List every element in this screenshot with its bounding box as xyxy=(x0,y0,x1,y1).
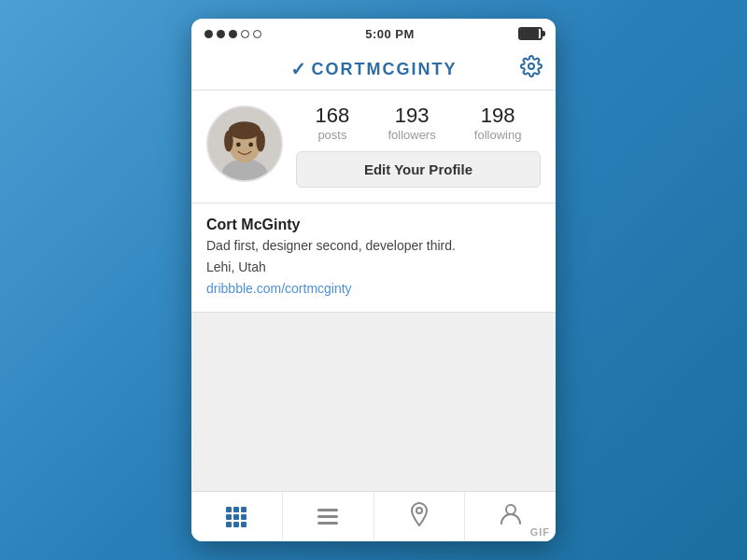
svg-point-9 xyxy=(248,143,253,147)
followers-count: 193 xyxy=(395,105,430,126)
tab-grid[interactable] xyxy=(191,492,283,541)
nav-title[interactable]: ✓ CORTMCGINTY xyxy=(290,58,458,80)
chevron-down-icon: ✓ xyxy=(290,58,306,80)
bio-description: Dad first, designer second, developer th… xyxy=(206,237,541,256)
svg-point-10 xyxy=(416,508,422,513)
stats-area: 168 posts 193 followers 198 following Ed… xyxy=(296,105,541,188)
person-icon xyxy=(500,503,521,531)
avatar-circle xyxy=(206,105,283,182)
bio-link[interactable]: dribbble.com/cortmcginty xyxy=(206,281,352,296)
profile-section: 168 posts 193 followers 198 following Ed… xyxy=(191,91,556,203)
status-bar: 5:00 PM xyxy=(191,19,556,49)
tab-location[interactable] xyxy=(374,492,466,541)
battery-fill xyxy=(520,29,539,38)
stat-followers: 193 followers xyxy=(388,105,435,142)
svg-point-8 xyxy=(236,143,241,147)
stats-row: 168 posts 193 followers 198 following xyxy=(296,105,541,142)
svg-point-5 xyxy=(229,121,261,139)
edit-profile-button[interactable]: Edit Your Profile xyxy=(296,151,541,188)
nav-username: CORTMCGINTY xyxy=(312,60,458,79)
status-time: 5:00 PM xyxy=(365,27,415,41)
signal-dot-1 xyxy=(204,30,213,38)
svg-point-11 xyxy=(506,505,515,514)
posts-count: 168 xyxy=(316,105,350,126)
top-nav: ✓ CORTMCGINTY xyxy=(191,49,556,91)
following-count: 198 xyxy=(481,105,515,126)
posts-label: posts xyxy=(317,128,346,142)
gif-badge: GIF xyxy=(530,526,550,538)
bio-location: Lehi, Utah xyxy=(206,259,541,274)
bio-name: Cort McGinty xyxy=(206,217,541,233)
tab-person[interactable]: GIF xyxy=(465,492,556,541)
settings-button[interactable] xyxy=(520,55,543,83)
avatar xyxy=(206,105,283,182)
signal-dot-4 xyxy=(241,30,249,38)
following-label: following xyxy=(474,128,522,142)
followers-label: followers xyxy=(388,128,435,142)
bio-section: Cort McGinty Dad first, designer second,… xyxy=(191,203,556,313)
svg-point-7 xyxy=(256,131,265,152)
battery-icon xyxy=(518,27,543,40)
list-icon xyxy=(317,509,338,525)
signal-dots xyxy=(204,30,261,38)
stat-posts: 168 posts xyxy=(316,105,350,142)
profile-top: 168 posts 193 followers 198 following Ed… xyxy=(206,105,541,188)
svg-point-6 xyxy=(224,131,233,152)
tab-list[interactable] xyxy=(283,492,374,541)
signal-dot-3 xyxy=(229,30,237,38)
phone-frame: 5:00 PM ✓ CORTMCGINTY xyxy=(191,19,556,541)
signal-dot-5 xyxy=(253,30,261,38)
tab-bar: GIF xyxy=(191,491,556,541)
location-pin-icon xyxy=(409,502,430,532)
svg-point-0 xyxy=(529,63,534,69)
stat-following: 198 following xyxy=(474,105,522,142)
signal-dot-2 xyxy=(217,30,225,38)
grid-icon xyxy=(226,507,247,527)
